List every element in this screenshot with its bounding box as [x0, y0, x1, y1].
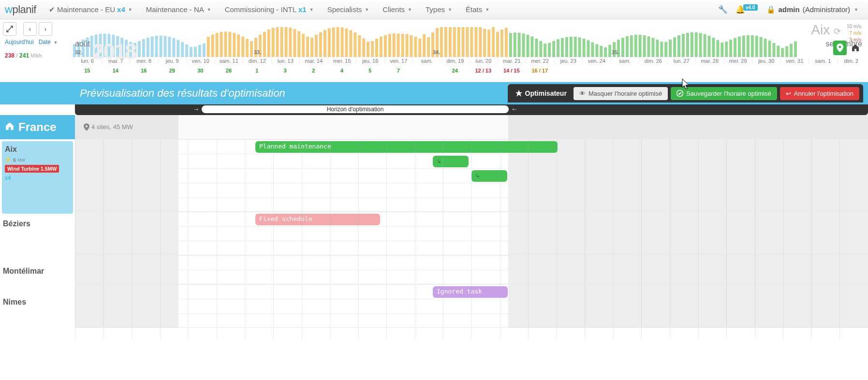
svg-rect-166	[790, 44, 793, 58]
refresh-icon[interactable]: ⟳	[834, 27, 841, 36]
day-header[interactable]: dim. 19	[441, 57, 470, 64]
day-header[interactable]: sam. 1	[809, 57, 837, 64]
wrench-icon[interactable]: 🔧	[714, 5, 732, 14]
day-header[interactable]: ven. 10	[186, 57, 215, 64]
svg-rect-62	[341, 28, 344, 57]
day-header[interactable]: sam.	[611, 57, 639, 64]
location-label: Aix ⟳	[811, 22, 841, 38]
task-fixed-schedule[interactable]: Fixed schedule	[255, 214, 380, 225]
day-header[interactable]: lun. 20	[469, 57, 498, 64]
today-link[interactable]: Aujourd'hui	[5, 39, 34, 45]
svg-rect-21	[164, 36, 167, 57]
nav-types[interactable]: Types▼	[419, 0, 459, 19]
home-button[interactable]	[849, 41, 862, 55]
svg-rect-22	[168, 37, 171, 57]
site-beziers[interactable]: Béziers	[0, 216, 75, 263]
day-header[interactable]: dim. 12	[243, 57, 271, 64]
chevron-down-icon: ▼	[408, 7, 412, 12]
site-aix[interactable]: Aix ⚡ 6 MW Wind Turbine 1.5MW x4	[2, 141, 73, 214]
svg-rect-29	[198, 45, 201, 57]
day-header[interactable]: lun. 6	[73, 57, 102, 64]
day-header[interactable]: sam. 11	[215, 57, 243, 64]
svg-rect-158	[755, 36, 758, 57]
arrow-left-icon: ←	[511, 105, 517, 113]
timeline-header[interactable]: Aix ⟳ 10 m/s 7 m/s 3 m/s 2018 août septe…	[73, 22, 865, 85]
task-ignored[interactable]: Ignored task	[433, 286, 508, 298]
nav-maintenance-eu[interactable]: ✔ Maintenance - EU x4 ▼	[42, 0, 139, 19]
svg-rect-109	[544, 44, 546, 57]
task-subtask-2[interactable]: ↳	[471, 170, 507, 182]
svg-rect-94	[479, 27, 482, 57]
day-header[interactable]: jeu. 30	[752, 57, 780, 64]
svg-rect-141	[682, 34, 685, 57]
day-header[interactable]: dim. 26	[639, 57, 667, 64]
day-header[interactable]: mer. 29	[724, 57, 752, 64]
svg-rect-33	[216, 33, 219, 57]
day-header[interactable]: jeu. 9	[158, 57, 187, 64]
day-header[interactable]: lun. 27	[667, 57, 696, 64]
app-logo: wplanif	[5, 3, 36, 16]
svg-rect-63	[345, 29, 348, 57]
task-subtask-1[interactable]: ↳	[433, 156, 469, 167]
day-header[interactable]: mer. 15	[328, 57, 356, 64]
bell-icon[interactable]: 🔔v4.0	[732, 5, 761, 14]
day-header[interactable]: mer. 8	[130, 57, 158, 64]
hide-optimized-button[interactable]: 👁 Masquer l'horaire optimisé	[574, 87, 668, 100]
svg-rect-163	[777, 46, 780, 58]
day-header[interactable]: ven. 17	[384, 57, 413, 64]
svg-rect-54	[306, 37, 309, 57]
user-menu[interactable]: 🔒 admin (Administrator) ▼	[762, 5, 863, 14]
svg-rect-76	[401, 34, 404, 57]
svg-rect-58	[324, 30, 326, 57]
site-count-link[interactable]: x4	[5, 175, 68, 181]
horizon-bar[interactable]: Horizon d'optimisation	[202, 105, 509, 113]
nav-etats[interactable]: États▼	[459, 0, 496, 19]
prev-button[interactable]: ‹	[23, 22, 37, 36]
svg-rect-144	[695, 32, 698, 57]
version-badge: v4.0	[743, 4, 757, 11]
svg-rect-25	[181, 42, 184, 57]
site-montelimar[interactable]: Montélimar	[0, 263, 75, 294]
day-header[interactable]: mar. 7	[102, 57, 130, 64]
gantt-area[interactable]: 4 sites, 45 MW Planned maintenance ↳ ↳ F…	[75, 115, 868, 339]
nav-clients[interactable]: Clients▼	[376, 0, 419, 19]
svg-rect-74	[393, 33, 396, 57]
svg-rect-91	[466, 27, 469, 57]
svg-rect-40	[246, 39, 249, 57]
day-header[interactable]: dim. 2	[837, 57, 866, 64]
day-header[interactable]: mar. 14	[299, 57, 328, 64]
day-header[interactable]: ven. 24	[582, 57, 611, 64]
next-button[interactable]: ›	[39, 22, 52, 36]
svg-rect-82	[427, 37, 430, 57]
nav-specialists[interactable]: Specialists▼	[321, 0, 376, 19]
site-nimes[interactable]: Nimes	[0, 294, 75, 339]
svg-rect-38	[237, 34, 240, 57]
day-header[interactable]: mar. 28	[695, 57, 724, 64]
secondary-value: 14 / 15	[498, 68, 526, 73]
nav-maintenance-na[interactable]: Maintenance - NA▼	[139, 0, 218, 19]
nav-commissioning-intl[interactable]: Commissioning - INTL x1 ▼	[218, 0, 321, 19]
day-header[interactable]: sam.	[412, 57, 441, 64]
save-optimized-button[interactable]: Sauvegarder l'horaire optimisé	[671, 87, 777, 100]
expand-button[interactable]	[3, 22, 16, 36]
svg-rect-30	[203, 44, 206, 57]
svg-rect-160	[764, 39, 767, 57]
svg-rect-142	[686, 33, 689, 57]
check-icon: ✔	[49, 5, 55, 14]
day-header[interactable]: mer. 22	[526, 57, 554, 64]
day-header[interactable]: jeu. 16	[356, 57, 384, 64]
country-header[interactable]: France	[0, 115, 75, 139]
day-header[interactable]: mar. 21	[498, 57, 526, 64]
day-header[interactable]: lun. 13	[271, 57, 300, 64]
task-planned-maintenance[interactable]: Planned maintenance	[255, 141, 558, 153]
svg-rect-110	[548, 43, 551, 57]
date-picker-link[interactable]: Date ▼	[39, 39, 58, 45]
secondary-value: 24	[441, 68, 470, 73]
map-pin-button[interactable]	[833, 41, 847, 55]
svg-rect-122	[600, 46, 603, 57]
day-header[interactable]: ven. 31	[780, 57, 809, 64]
cancel-optimization-button[interactable]: ↩ Annuler l'optimisation	[780, 87, 859, 100]
day-header[interactable]: jeu. 23	[554, 57, 583, 64]
optimizer-title: Prévisualisation des résultats d'optimis…	[80, 87, 285, 100]
svg-rect-111	[552, 41, 555, 57]
